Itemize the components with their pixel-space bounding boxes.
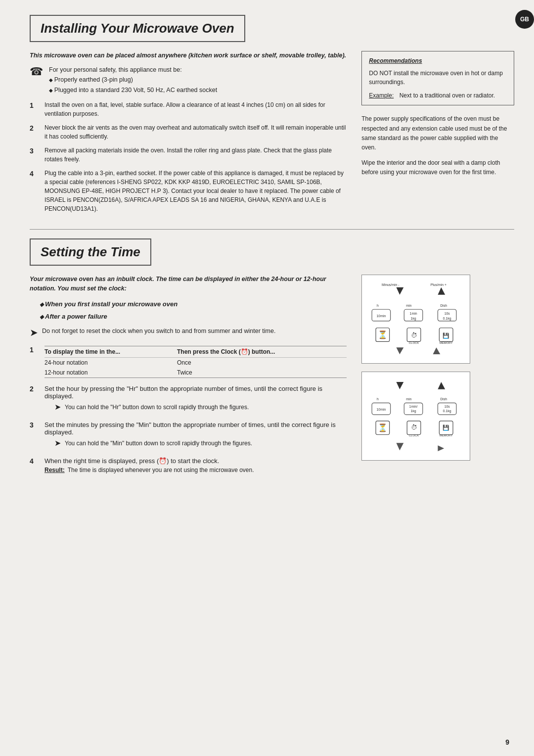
result-text: The time is displayed whenever you are n… (68, 467, 254, 473)
svg-text:Dish: Dish (441, 304, 447, 308)
phone-icon: ☎ (30, 65, 43, 78)
table-row-24hr: 24-hour notation Once (44, 357, 347, 368)
rec-example: Example: Next to a traditional oven or r… (369, 91, 507, 100)
svg-text:1kg: 1kg (411, 317, 416, 321)
step2-1-num: 1 (30, 346, 38, 379)
svg-text:1min/: 1min/ (409, 405, 418, 408)
section1-title-box: Installing Your Microwave Oven (30, 15, 245, 42)
svg-marker-25 (397, 382, 404, 389)
step2-2-content: Set the hour by pressing the "Hr" button… (44, 385, 347, 416)
section1-two-col: This microwave oven can be placed almost… (30, 51, 514, 218)
step2-1-row: 1 To display the time in the... Then pre… (30, 346, 347, 379)
sub-arrow-icon-3: ➤ (54, 437, 61, 449)
section1-steps: 1 Install the oven on a flat, level, sta… (30, 100, 347, 213)
step1-1: 1 Install the oven on a flat, level, sta… (30, 100, 347, 118)
svg-marker-3 (438, 287, 445, 295)
svg-text:MEMORY: MEMORY (440, 342, 453, 345)
svg-text:1min: 1min (410, 312, 417, 315)
svg-marker-2 (397, 287, 404, 295)
table-cell-12hr-label: 12-hour notation (44, 368, 177, 378)
bullet-power: After a power failure (40, 312, 347, 322)
svg-text:⏱: ⏱ (411, 424, 417, 431)
diagram-2: h min Dish 10min 1min/ 1kg 10s 0.1kg (361, 372, 470, 461)
arrow-note-text: Do not forget to reset the clock when yo… (42, 327, 275, 336)
step2-3-content: Set the minutes by pressing the "Min" bu… (44, 421, 347, 452)
svg-text:min: min (406, 398, 412, 401)
arrow-note: ➤ Do not forget to reset the clock when … (30, 327, 347, 340)
section1-right-col: Recommendations DO NOT install the micro… (361, 51, 514, 218)
section1-left-col: This microwave oven can be placed almost… (30, 51, 347, 218)
step2-4-row: 4 When the right time is displayed, pres… (30, 457, 347, 473)
step1-4: 4 Plug the cable into a 3-pin, earthed s… (30, 169, 347, 213)
svg-text:h: h (377, 304, 379, 308)
svg-text:0.1kg: 0.1kg (443, 409, 451, 413)
section1-intro: This microwave oven can be placed almost… (30, 51, 347, 60)
svg-text:⏳: ⏳ (378, 330, 388, 339)
section1: Installing Your Microwave Oven This micr… (30, 15, 514, 218)
svg-marker-26 (438, 382, 445, 389)
step1-4-num: 4 (30, 169, 38, 213)
section1-safety-block: For your personal safety, this appliance… (49, 66, 217, 96)
section2-bullets: When you first install your microwave ov… (40, 299, 347, 322)
arrow-icon: ➤ (30, 325, 38, 340)
svg-text:Plus/min +: Plus/min + (431, 283, 446, 286)
section2-two-col: Your microwave oven has an inbuilt clock… (30, 275, 514, 478)
table-cell-24hr-val: Once (177, 357, 347, 368)
step2-3-row: 3 Set the minutes by pressing the "Min" … (30, 421, 347, 452)
step1-4-text: Plug the cable into a 3-pin, earthed soc… (44, 169, 347, 213)
svg-text:10s: 10s (445, 312, 450, 315)
rec-example-text: Next to a traditional oven or radiator. (400, 91, 495, 100)
step1-table: To display the time in the... Then press… (44, 346, 347, 378)
section1-title: Installing Your Microwave Oven (41, 21, 234, 36)
svg-text:Minus/min -: Minus/min - (382, 283, 400, 286)
svg-text:0.1kg: 0.1kg (443, 317, 451, 321)
svg-marker-24 (433, 348, 441, 355)
svg-text:MEMORY: MEMORY (440, 434, 453, 437)
step2-3-num: 3 (30, 421, 38, 452)
step2-1-content: To display the time in the... Then press… (44, 346, 347, 379)
gb-badge: GB (515, 10, 534, 29)
table-cell-24hr-label: 24-hour notation (44, 357, 177, 368)
svg-text:⏱: ⏱ (411, 331, 417, 339)
svg-text:CLOCK: CLOCK (409, 434, 419, 437)
svg-marker-47 (438, 446, 445, 452)
step2-4-result: Result: The time is displayed whenever y… (44, 467, 347, 473)
svg-text:⏳: ⏳ (378, 423, 388, 432)
step2-2-row: 2 Set the hour by pressing the "Hr" butt… (30, 385, 347, 416)
step1-2-text: Never block the air vents as the oven ma… (44, 123, 347, 141)
step2-3-subnote: ➤ You can hold the "Min" button down to … (54, 439, 347, 449)
section1-phone-row: ☎ For your personal safety, this applian… (30, 66, 347, 96)
safety-header: For your personal safety, this appliance… (49, 66, 217, 73)
step2-2-text: Set the hour by pressing the "Hr" button… (44, 385, 322, 400)
svg-text:1kg: 1kg (411, 409, 416, 413)
section2-right-col: Minus/min - Plus/min + h min Dish 10min (361, 275, 514, 478)
section2-intro: Your microwave oven has an inbuilt clock… (30, 275, 347, 293)
step2-4-content: When the right time is displayed, press … (44, 457, 347, 473)
step2-2-subnote-text: You can hold the "Hr" button down to scr… (65, 403, 249, 412)
table-row-12hr: 12-hour notation Twice (44, 368, 347, 378)
section2-left-col: Your microwave oven has an inbuilt clock… (30, 275, 347, 478)
step1-1-text: Install the oven on a flat, level, stabl… (44, 100, 347, 118)
rec-line1: DO NOT install the microwave oven in hot… (369, 69, 507, 87)
section2-title-box: Setting the Time (30, 238, 151, 266)
svg-text:💾: 💾 (443, 332, 449, 339)
table-cell-12hr-val: Twice (177, 368, 347, 378)
svg-text:CLOCK: CLOCK (409, 342, 419, 345)
table-col1-header: To display the time in the... (44, 346, 177, 357)
table-col2-header: Then press the Clock (⏰) button... (177, 346, 347, 357)
step2-4-text: When the right time is displayed, press … (44, 457, 219, 465)
svg-text:min: min (406, 304, 412, 308)
step1-2: 2 Never block the air vents as the oven … (30, 123, 347, 141)
svg-text:h: h (377, 398, 379, 401)
diagram-2-svg: h min Dish 10min 1min/ 1kg 10s 0.1kg (366, 377, 465, 455)
section2-title: Setting the Time (41, 244, 140, 259)
section-divider (30, 229, 514, 230)
page-number: 9 (505, 738, 509, 746)
right-text-block: The power supply specifications of the o… (361, 114, 514, 177)
step2-2-num: 2 (30, 385, 38, 416)
safety-bullet-1: Properly earthed (3-pin plug) (49, 75, 217, 85)
recommendations-box: Recommendations DO NOT install the micro… (361, 51, 514, 105)
diagram-1-svg: Minus/min - Plus/min + h min Dish 10min (366, 280, 465, 358)
result-label: Result: (44, 467, 65, 473)
safety-bullet-2: Plugged into a standard 230 Volt, 50 Hz,… (49, 86, 217, 95)
